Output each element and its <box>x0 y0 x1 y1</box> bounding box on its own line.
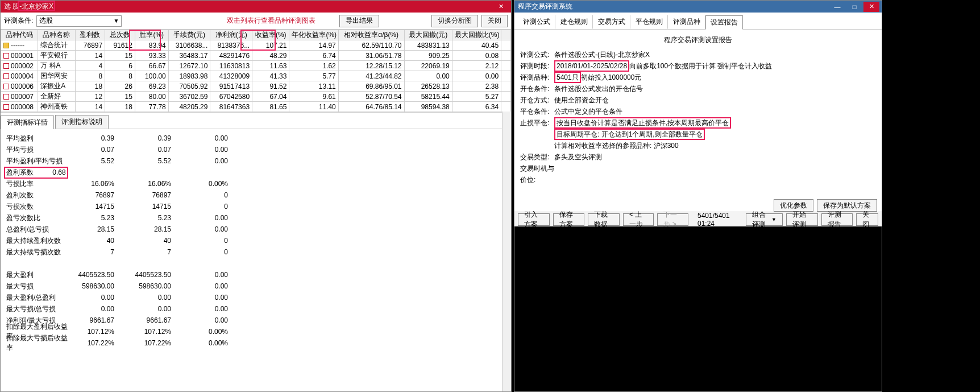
metric-row: 扣除最大盈利后收益率107.12%107.12%0.00% <box>6 326 505 337</box>
minimize-icon[interactable]: — <box>829 2 845 12</box>
row-icon <box>3 43 9 48</box>
report-line: 评测时段:2018/01/01-2025/02/28向前多取100个数据用于计算… <box>520 60 876 72</box>
left-title: 选 股-北京炒家X <box>4 2 53 11</box>
right-black-area <box>514 226 882 391</box>
download-button[interactable]: 下载数据 <box>588 213 620 226</box>
condition-label: 评测条件: <box>4 16 33 26</box>
chevron-down-icon: ▼ <box>113 18 119 24</box>
prev-button[interactable]: < 上一步 <box>623 213 654 226</box>
tab-metric-detail[interactable]: 评测指标详情 <box>1 115 54 129</box>
report-line: 目标周期平仓: 开仓达到1个周期,则全部数量平仓 <box>520 129 876 140</box>
condition-value: 选股 <box>39 16 53 26</box>
metric-row <box>6 258 505 269</box>
row-icon <box>3 53 9 59</box>
result-table: 品种代码品种名称盈利数总次数胜率(%)手续费(元)净利润(元)收益率(%)年化收… <box>1 30 511 112</box>
col-header[interactable]: 总次数 <box>105 30 135 40</box>
metric-row: 平均盈利0.390.390.00 <box>6 133 505 144</box>
metric-row: 盈利次数76897768970 <box>6 189 505 201</box>
metric-row: 最大盈利4405523.504405523.500.00 <box>6 269 505 280</box>
metrics-panel: 平均盈利0.390.390.00平均亏损0.070.070.00平均盈利/平均亏… <box>1 129 511 352</box>
metric-row: 亏损次数14715147150 <box>6 201 505 212</box>
left-scrollbar[interactable] <box>502 112 511 391</box>
col-header[interactable]: 品种名称 <box>38 30 75 40</box>
row-icon <box>3 63 9 69</box>
condition-combo[interactable]: 选股 ▼ <box>36 15 122 27</box>
start-eval-button[interactable]: 开始评测 <box>786 213 818 226</box>
right-title: 程序交易评测系统 <box>518 2 572 11</box>
table-row[interactable]: 000004国华网安88100.0018983.984132800941.335… <box>1 71 511 81</box>
right-pane: 程序交易评测系统 — □ ✕ 评测公式建仓规则交易方式平仓规则评测品种设置报告 … <box>514 0 882 392</box>
left-pane: 选 股-北京炒家X ✕ 评测条件: 选股 ▼ 双击列表行查看品种评测图表 导出结… <box>0 0 512 392</box>
report-footer: 优化参数 保存为默认方案 <box>774 199 877 212</box>
report-panel: 程序交易评测设置报告 评测公式:条件选股公式-(日线)-北京炒家X评测时段:20… <box>514 30 882 212</box>
left-toolbar: 评测条件: 选股 ▼ 双击列表行查看品种评测图表 导出结果 切换分析图 关闭 <box>1 13 511 30</box>
table-row[interactable]: 000006深振业A182669.2370505.929151741391.52… <box>1 81 511 92</box>
tab-metric-desc[interactable]: 评测指标说明 <box>55 115 109 129</box>
progress-text: 5401/5401 01:24 <box>692 212 739 228</box>
close-right-button[interactable]: 关闭 <box>856 213 878 226</box>
save-plan-button[interactable]: 保存方案 <box>553 213 585 226</box>
col-header[interactable]: 年化收益率(%) <box>289 30 338 40</box>
metric-row: 平均亏损0.070.070.00 <box>6 144 505 155</box>
left-close-icon[interactable]: ✕ <box>493 2 509 12</box>
next-button[interactable]: 下一步 > <box>657 213 688 226</box>
col-header[interactable]: 收益率(%) <box>252 30 289 40</box>
metric-row: 最大持续盈利次数40400 <box>6 235 505 246</box>
report-line: 交易类型:多头及空头评测 <box>520 151 876 163</box>
row-icon <box>3 84 9 89</box>
metric-row: 最大亏损/总亏损0.000.000.00 <box>6 303 505 315</box>
right-tabs: 评测公式建仓规则交易方式平仓规则评测品种设置报告 <box>514 13 882 30</box>
right-tab[interactable]: 评测公式 <box>518 15 555 29</box>
report-line: 平仓条件:公式中定义的平仓条件 <box>520 106 876 117</box>
report-line: 止损平仓:按当日收盘价计算是否满足止损条件,按本周期最高价平仓 <box>520 117 876 129</box>
report-title: 程序交易评测设置报告 <box>520 34 876 46</box>
eval-report-button[interactable]: 评测报告 <box>821 213 853 226</box>
metric-row: 总盈利/总亏损28.1528.150.00 <box>6 224 505 235</box>
report-line: 评测品种:5401只初始投入1000000元 <box>520 72 876 83</box>
combo-eval-button[interactable]: 组合评测▼ <box>746 213 783 226</box>
import-button[interactable]: 引入方案 <box>518 213 550 226</box>
table-row[interactable]: 000007全新好121580.0036702.596704258067.049… <box>1 92 511 102</box>
metric-row: 最大盈利/总盈利0.000.000.00 <box>6 292 505 303</box>
metric-row: 盈利系数 0.68 <box>6 167 505 178</box>
right-tab[interactable]: 交易方式 <box>593 15 630 29</box>
metric-row: 最大持续亏损次数770 <box>6 246 505 258</box>
metric-row: 净利润/最大亏损9661.679661.670.00 <box>6 315 505 326</box>
switch-chart-button[interactable]: 切换分析图 <box>431 15 478 27</box>
hint-text: 双击列表行查看品种评测图表 <box>227 16 315 26</box>
result-table-wrap: 品种代码品种名称盈利数总次数胜率(%)手续费(元)净利润(元)收益率(%)年化收… <box>1 30 511 113</box>
col-header[interactable]: 胜率(%) <box>135 30 168 40</box>
right-tab[interactable]: 评测品种 <box>668 15 705 29</box>
table-row[interactable]: 000008神州高铁141877.7848205.298164736381.65… <box>1 102 511 112</box>
metric-row: 亏损比率16.06%16.06%0.00% <box>6 178 505 189</box>
row-icon <box>3 94 9 100</box>
right-tab[interactable]: 平仓规则 <box>630 15 668 29</box>
col-header[interactable]: 相对收益率α/β(%) <box>338 30 404 40</box>
metric-tabs: 评测指标详情 评测指标说明 <box>1 115 511 129</box>
report-line: 评测公式:条件选股公式-(日线)-北京炒家X <box>520 49 876 60</box>
col-header[interactable]: 手续费(元) <box>168 30 210 40</box>
report-line: 计算相对收益率选择的参照品种: 沪深300 <box>520 140 876 151</box>
col-header[interactable]: 品种代码 <box>1 30 38 40</box>
maximize-icon[interactable]: □ <box>846 2 862 12</box>
table-row[interactable]: 000002万 科A4666.6712672.101163081311.631.… <box>1 61 511 71</box>
report-line: 开仓条件:条件选股公式发出的开仓信号 <box>520 83 876 94</box>
col-header[interactable]: 净利润(元) <box>210 30 252 40</box>
metric-row: 平均盈利/平均亏损5.525.520.00 <box>6 155 505 167</box>
table-row[interactable]: ------综合统计768979161283.943106638...81383… <box>1 40 511 51</box>
close-icon[interactable]: ✕ <box>863 2 879 12</box>
right-tab[interactable]: 设置报告 <box>705 15 743 30</box>
close-button[interactable]: 关闭 <box>481 15 508 27</box>
right-titlebar: 程序交易评测系统 — □ ✕ <box>514 1 882 13</box>
status-bar: 引入方案 保存方案 下载数据 < 上一步 下一步 > 5401/5401 01:… <box>514 212 882 226</box>
export-button[interactable]: 导出结果 <box>339 15 379 27</box>
report-line: 交易时机与价位: <box>520 163 876 185</box>
right-tab[interactable]: 建仓规则 <box>555 15 593 29</box>
col-header[interactable]: 盈利数 <box>75 30 105 40</box>
metric-row: 盈亏次数比5.235.230.00 <box>6 212 505 224</box>
left-titlebar: 选 股-北京炒家X ✕ <box>1 1 511 13</box>
col-header[interactable]: 最大回撤比(%) <box>452 30 501 40</box>
table-row[interactable]: 000001平安银行141593.3336483.174829147648.29… <box>1 51 511 61</box>
row-icon <box>3 73 9 79</box>
col-header[interactable]: 最大回撤(元) <box>404 30 452 40</box>
